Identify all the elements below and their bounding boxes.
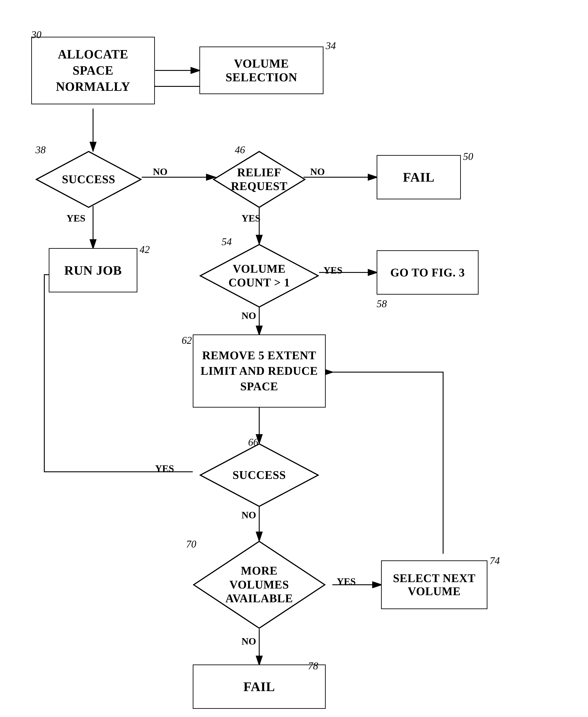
arrow-label-yes5: YES [337,576,356,587]
node-66: SUCCESS [200,443,319,507]
label-34: 34 [326,40,336,51]
arrow-label-no5: NO [241,636,256,647]
flowchart-diagram: ALLOCATE SPACE NORMALLY 30 VOLUME SELECT… [0,0,588,717]
node-62: REMOVE 5 EXTENT LIMIT AND REDUCE SPACE [193,335,326,407]
arrow-label-yes2: YES [241,213,260,224]
node-58: GO TO FIG. 3 [377,250,479,295]
label-42: 42 [140,244,150,255]
node-38: SUCCESS [36,151,142,208]
label-74: 74 [490,555,500,567]
arrow-label-yes1: YES [66,213,85,224]
node-74: SELECT NEXT VOLUME [381,561,487,609]
arrow-label-no4: NO [241,509,256,521]
node-46: RELIEF REQUEST [213,151,306,208]
label-70: 70 [186,538,196,550]
label-46: 46 [235,144,245,156]
node-34: VOLUME SELECTION [200,46,323,94]
arrow-label-no2: NO [310,166,325,177]
label-50: 50 [463,151,473,162]
node-70: MORE VOLUMES AVAILABLE [193,541,326,629]
label-54: 54 [222,236,232,248]
node-54: VOLUME COUNT > 1 [200,244,319,308]
label-62: 62 [182,335,192,346]
arrow-label-no3: NO [241,310,256,321]
label-66: 66 [248,436,258,448]
label-78: 78 [308,660,318,672]
label-58: 58 [377,298,387,310]
node-42: RUN JOB [49,248,138,292]
node-30: ALLOCATE SPACE NORMALLY [31,37,155,104]
node-78: FAIL [193,665,326,709]
node-50: FAIL [377,155,461,199]
arrow-label-yes4: YES [155,463,174,474]
arrow-label-yes3: YES [323,265,342,276]
label-30: 30 [31,29,41,41]
label-38: 38 [36,144,46,156]
arrow-label-no1: NO [153,166,168,177]
